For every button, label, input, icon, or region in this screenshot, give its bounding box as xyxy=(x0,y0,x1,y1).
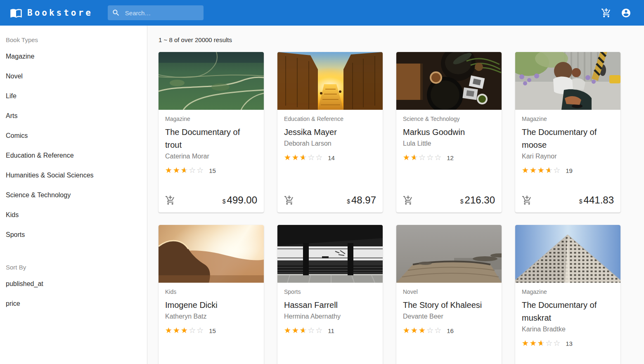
star-icon: ★ xyxy=(530,166,537,175)
product-card-jessika-mayer[interactable]: Education & Reference Jessika Mayer Debo… xyxy=(277,52,383,213)
price-amount: 48.97 xyxy=(351,194,376,206)
account-button[interactable] xyxy=(618,5,634,21)
skyscraper-photo xyxy=(515,225,620,283)
star-icon: ☆ xyxy=(426,154,434,162)
product-rating: ★★☆★☆☆ 14 xyxy=(284,154,376,162)
sidebar-item-comics[interactable]: Comics xyxy=(0,126,147,146)
sidebar-item-kids[interactable]: Kids xyxy=(0,205,147,225)
star-icon: ☆ xyxy=(426,326,434,335)
sort-option-published-at[interactable]: published_at xyxy=(0,274,147,294)
star-icon: ☆★ xyxy=(181,166,189,175)
brand-name: Bookstore xyxy=(27,8,93,18)
star-rating: ★★☆★☆☆ xyxy=(522,339,561,347)
foggy-pier-photo xyxy=(396,225,502,283)
star-icon: ☆ xyxy=(308,326,315,335)
sidebar-item-sports[interactable]: Sports xyxy=(0,225,147,245)
product-author: Katheryn Batz xyxy=(165,313,257,320)
sort-by-label: Sort By xyxy=(0,254,147,274)
search-box xyxy=(108,5,204,20)
star-icon: ☆ xyxy=(315,326,323,335)
product-category: Magazine xyxy=(522,288,614,295)
star-rating: ★★☆★☆☆ xyxy=(284,154,323,162)
review-count: 15 xyxy=(209,327,216,334)
brand-logo[interactable]: Bookstore xyxy=(10,7,93,19)
review-count: 19 xyxy=(566,167,573,174)
star-icon: ☆ xyxy=(419,154,426,162)
product-author: Deborah Larson xyxy=(284,140,376,147)
star-icon: ★ xyxy=(403,326,411,335)
product-title: The Documentary of muskrat xyxy=(522,299,614,324)
product-title: The Documentary of moose xyxy=(522,126,614,151)
star-icon: ☆ xyxy=(315,154,323,162)
star-rating: ★☆★☆☆☆ xyxy=(403,154,442,162)
add-to-cart-button[interactable] xyxy=(284,195,294,206)
star-icon: ☆★ xyxy=(545,166,553,175)
add-to-cart-button[interactable] xyxy=(522,195,532,206)
price-amount: 499.00 xyxy=(227,194,257,206)
product-rating: ★★☆★☆☆ 11 xyxy=(284,326,376,335)
review-count: 16 xyxy=(447,327,454,334)
product-category: Education & Reference xyxy=(284,116,376,122)
train-platform-photo xyxy=(277,225,383,283)
add-shopping-cart-icon xyxy=(403,195,413,206)
star-icon: ★ xyxy=(173,326,181,335)
sidebar-item-life[interactable]: Life xyxy=(0,86,147,106)
product-card-hassan-farrell[interactable]: Sports Hassan Farrell Hermina Abernathy … xyxy=(277,225,383,364)
sunset-silhouette-photo xyxy=(159,225,264,283)
star-icon: ★ xyxy=(284,326,292,335)
product-card-the-documentary-of-muskrat[interactable]: Magazine The Documentary of muskrat Kari… xyxy=(515,225,620,364)
product-grid: Magazine The Documentary of trout Cateri… xyxy=(159,52,632,364)
price-amount: 216.30 xyxy=(465,194,495,206)
add-to-cart-button[interactable] xyxy=(403,195,413,206)
product-card-markus-goodwin[interactable]: Science & Technology Markus Goodwin Lula… xyxy=(396,52,502,213)
star-rating: ★★★☆☆ xyxy=(165,326,204,335)
product-card-the-documentary-of-moose[interactable]: Magazine The Documentary of moose Kari R… xyxy=(515,52,620,213)
sidebar-item-science-technology[interactable]: Science & Technology xyxy=(0,185,147,205)
product-category: Novel xyxy=(403,288,495,295)
sort-option-price[interactable]: price xyxy=(0,294,147,314)
cart-button[interactable] xyxy=(598,5,614,21)
kitchen-table-photo xyxy=(396,52,502,110)
star-icon: ★ xyxy=(165,326,173,335)
product-rating: ★★★☆☆ 16 xyxy=(403,326,495,335)
currency-symbol: $ xyxy=(223,198,226,205)
star-rating: ★★☆★☆☆ xyxy=(284,326,323,335)
product-title: Markus Goodwin xyxy=(403,126,495,139)
sidebar-item-humanities-social-sciences[interactable]: Humanities & Social Sciences xyxy=(0,165,147,185)
search-input[interactable] xyxy=(125,9,195,17)
star-icon: ★ xyxy=(403,154,411,162)
product-card-imogene-dicki[interactable]: Kids Imogene Dicki Katheryn Batz ★★★☆☆ 1… xyxy=(159,225,264,364)
sidebar-item-novel[interactable]: Novel xyxy=(0,66,147,86)
book-types-label: Book Types xyxy=(0,26,147,47)
sidebar-item-education-reference[interactable]: Education & Reference xyxy=(0,146,147,165)
star-icon: ★ xyxy=(292,154,300,162)
aerial-farmland-photo xyxy=(159,52,264,110)
main-content: 1 ~ 8 of over 20000 results Magazine The… xyxy=(147,26,644,364)
add-shopping-cart-icon xyxy=(284,195,294,206)
city-family-photo xyxy=(515,52,620,110)
review-count: 11 xyxy=(328,327,334,334)
product-price: $ 216.30 xyxy=(460,194,495,206)
sidebar-item-arts[interactable]: Arts xyxy=(0,106,147,126)
add-shopping-cart-icon xyxy=(522,195,532,206)
sidebar: Book Types MagazineNovelLifeArtsComicsEd… xyxy=(0,26,147,364)
sidebar-item-magazine[interactable]: Magazine xyxy=(0,47,147,66)
product-rating: ★★★☆☆ 15 xyxy=(165,326,257,335)
star-rating: ★★☆★☆☆ xyxy=(165,166,204,175)
product-category: Kids xyxy=(165,288,257,295)
star-icon: ☆★ xyxy=(411,154,419,162)
product-category: Magazine xyxy=(522,116,614,122)
product-author: Karina Bradtke xyxy=(522,326,614,333)
product-card-the-story-of-khaleesi[interactable]: Novel The Story of Khaleesi Devante Beer… xyxy=(396,225,502,364)
star-rating: ★★★☆☆ xyxy=(403,326,442,335)
star-icon: ★ xyxy=(292,326,300,335)
star-icon: ☆ xyxy=(189,166,197,175)
product-title: The Documentary of trout xyxy=(165,126,257,151)
star-icon: ☆ xyxy=(308,154,315,162)
product-card-the-documentary-of-trout[interactable]: Magazine The Documentary of trout Cateri… xyxy=(159,52,264,213)
star-icon: ★ xyxy=(530,339,537,347)
product-title: Imogene Dicki xyxy=(165,299,257,312)
add-to-cart-button[interactable] xyxy=(165,195,175,206)
product-author: Caterina Morar xyxy=(165,153,257,160)
product-author: Lula Little xyxy=(403,140,495,147)
